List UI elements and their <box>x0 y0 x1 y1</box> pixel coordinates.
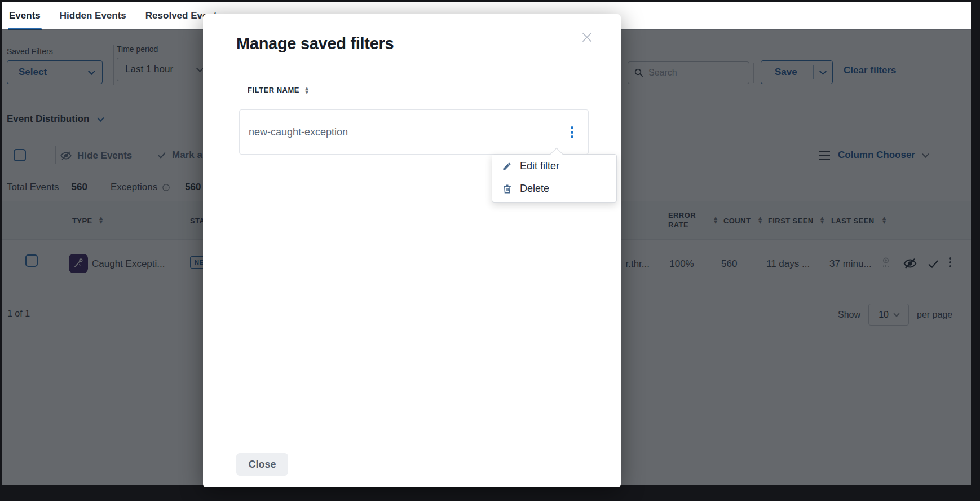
close-button[interactable]: Close <box>236 453 288 476</box>
filter-name-column-label: FILTER NAME <box>248 86 299 94</box>
delete-filter-menu-item[interactable]: Delete <box>492 177 616 200</box>
modal-title: Manage saved filters <box>236 34 394 53</box>
edit-filter-label: Edit filter <box>520 160 559 172</box>
sort-icon[interactable]: ▲▼ <box>305 86 308 94</box>
filter-name-header[interactable]: FILTER NAME ▲▼ <box>248 86 308 94</box>
filter-actions-menu: Edit filter Delete <box>492 154 617 203</box>
trash-icon <box>502 183 513 194</box>
filter-kebab-icon[interactable] <box>571 126 573 138</box>
saved-filter-name: new-caught-exception <box>249 126 348 138</box>
tab-hidden-events[interactable]: Hidden Events <box>59 2 127 30</box>
close-icon[interactable] <box>577 28 597 47</box>
delete-filter-label: Delete <box>520 183 549 195</box>
pencil-icon <box>502 161 513 172</box>
tab-events[interactable]: Events <box>8 2 42 30</box>
saved-filter-row: new-caught-exception <box>239 109 589 155</box>
manage-saved-filters-modal: Manage saved filters FILTER NAME ▲▼ new-… <box>203 14 621 487</box>
edit-filter-menu-item[interactable]: Edit filter <box>492 155 616 177</box>
